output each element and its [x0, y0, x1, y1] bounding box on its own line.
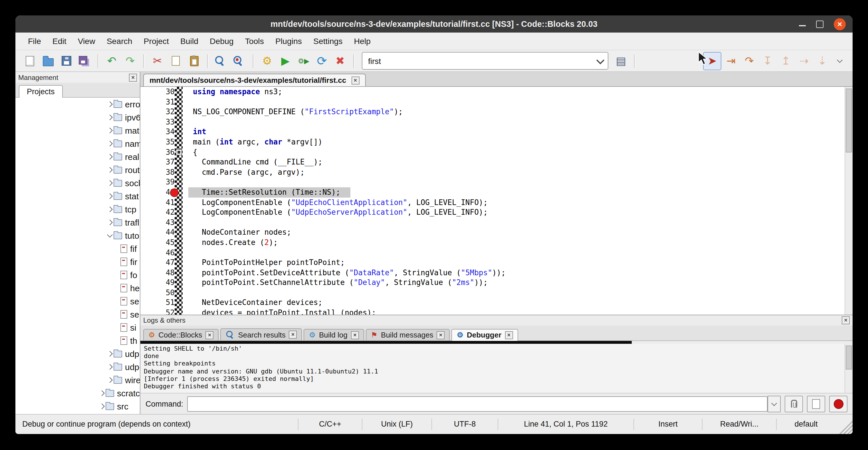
tree-expand-icon[interactable] — [105, 115, 114, 119]
menu-item-debug[interactable]: Debug — [204, 34, 239, 48]
code-line-44[interactable]: 44 NodeContainer nodes; — [141, 228, 852, 238]
tree-expand-icon[interactable] — [105, 194, 114, 198]
find-button[interactable] — [213, 52, 230, 69]
projects-tree[interactable]: erroipv6matnamrealroutsockstattcptrafltu… — [16, 98, 140, 414]
code-line-40[interactable]: 40 Time::SetResolution (Time::NS); — [141, 187, 852, 197]
tree-expand-icon[interactable] — [105, 352, 114, 356]
tree-item-trafl[interactable]: trafl — [16, 216, 140, 229]
tree-expand-icon[interactable] — [105, 168, 114, 172]
redo-button[interactable]: ↷ — [122, 52, 139, 69]
line-number[interactable]: 39 — [141, 177, 180, 187]
code-line-49[interactable]: 49 pointToPoint.SetChannelAttribute ("De… — [141, 278, 852, 288]
close-icon[interactable] — [206, 331, 214, 339]
scrollbar-thumb[interactable] — [846, 346, 852, 369]
close-icon[interactable] — [351, 331, 359, 339]
menu-item-file[interactable]: File — [22, 34, 47, 48]
run-button[interactable]: ▶ — [277, 52, 294, 69]
close-button[interactable]: × — [834, 18, 846, 30]
tree-expand-icon[interactable] — [98, 391, 105, 395]
code-line-33[interactable]: 33 — [141, 117, 852, 127]
line-number[interactable]: 34 — [141, 127, 180, 137]
tab-projects[interactable]: Projects — [19, 85, 63, 98]
line-number[interactable]: 41 — [141, 197, 180, 207]
code-line-35[interactable]: 35main (int argc, char *argv[]) — [141, 137, 852, 147]
code-line-50[interactable]: 50 — [141, 288, 852, 298]
step-out-button[interactable]: ↥ — [777, 52, 795, 69]
tree-expand-icon[interactable] — [98, 404, 105, 408]
next-instruction-button[interactable]: ⇢ — [796, 52, 813, 69]
tree-item-mat[interactable]: mat — [16, 124, 140, 137]
fold-marker[interactable] — [176, 149, 182, 155]
menu-item-tools[interactable]: Tools — [239, 34, 270, 48]
tree-expand-icon[interactable] — [105, 128, 114, 132]
menu-item-view[interactable]: View — [72, 34, 101, 48]
code-line-48[interactable]: 48 pointToPoint.SetDeviceAttribute ("Dat… — [141, 268, 852, 277]
line-number[interactable]: 43 — [141, 217, 180, 227]
step-into-instruction-button[interactable]: ⇣ — [814, 52, 831, 69]
line-number[interactable]: 31 — [141, 97, 180, 107]
code-line-47[interactable]: 47 PointToPointHelper pointToPoint; — [141, 258, 852, 268]
code-line-37[interactable]: 37 CommandLine cmd (__FILE__); — [141, 157, 852, 167]
attach-button[interactable] — [785, 395, 803, 412]
new-file-button[interactable] — [21, 52, 38, 69]
menu-item-settings[interactable]: Settings — [308, 34, 348, 48]
chevron-down-icon[interactable] — [593, 53, 608, 69]
line-number[interactable]: 49 — [141, 278, 180, 288]
menu-item-edit[interactable]: Edit — [47, 34, 72, 48]
tree-expand-icon[interactable] — [105, 181, 114, 185]
tree-item-real[interactable]: real — [16, 150, 140, 163]
code-line-38[interactable]: 38 cmd.Parse (argc, argv); — [141, 167, 852, 177]
rebuild-button[interactable]: ⟳ — [313, 52, 331, 69]
menu-item-help[interactable]: Help — [348, 34, 376, 48]
command-dropdown-button[interactable] — [768, 395, 781, 412]
line-number[interactable]: 51 — [141, 298, 180, 308]
line-number[interactable]: 32 — [141, 107, 180, 117]
tree-item-stat[interactable]: stat — [16, 189, 140, 203]
tree-item-ipv6[interactable]: ipv6 — [16, 111, 140, 124]
log-tab-debugger[interactable]: ⚙Debugger — [452, 329, 518, 341]
code-line-36[interactable]: 36{ — [141, 147, 852, 157]
line-number[interactable]: 36 — [141, 147, 180, 157]
close-icon[interactable] — [505, 331, 513, 339]
line-number[interactable]: 38 — [141, 167, 180, 177]
build-button[interactable]: ⚙ — [258, 52, 276, 69]
compile-file-button[interactable]: ▤ — [612, 52, 629, 69]
minimize-button[interactable] — [799, 21, 806, 27]
tree-item-fo[interactable]: fo — [16, 268, 140, 281]
replace-button[interactable] — [231, 52, 248, 69]
code-line-32[interactable]: 32NS_LOG_COMPONENT_DEFINE ("FirstScriptE… — [141, 107, 852, 117]
tree-item-tcp[interactable]: tcp — [16, 203, 140, 216]
tree-item-th[interactable]: th — [16, 334, 140, 347]
breakpoint-marker[interactable] — [170, 188, 179, 197]
tree-expand-icon[interactable] — [105, 378, 114, 382]
copy-log-button[interactable] — [807, 395, 825, 412]
line-number[interactable]: 37 — [141, 157, 180, 167]
tree-item-he[interactable]: he — [16, 281, 140, 295]
save-all-button[interactable] — [76, 52, 93, 69]
tree-item-udp[interactable]: udp- — [16, 360, 140, 373]
tree-item-nam[interactable]: nam — [16, 137, 140, 150]
abort-button[interactable]: ✖ — [332, 52, 349, 69]
tree-expand-icon[interactable] — [105, 102, 114, 106]
tree-item-rout[interactable]: rout — [16, 163, 140, 176]
close-icon[interactable] — [351, 76, 359, 84]
code-line-46[interactable]: 46 — [141, 247, 852, 258]
menu-item-search[interactable]: Search — [101, 34, 138, 48]
title-bar[interactable]: mnt/dev/tools/source/ns-3-dev/examples/t… — [16, 16, 852, 33]
log-tab-search-results[interactable]: Search results — [221, 328, 302, 340]
line-number[interactable]: 44 — [141, 228, 180, 238]
line-number[interactable]: 33 — [141, 117, 180, 127]
editor-scrollbar[interactable] — [845, 87, 852, 314]
command-input[interactable] — [187, 396, 768, 412]
code-line-45[interactable]: 45 nodes.Create (2); — [141, 238, 852, 247]
toolbar-overflow-button[interactable] — [832, 52, 847, 69]
code-line-42[interactable]: 42 LogComponentEnable ("UdpEchoServerApp… — [141, 207, 852, 217]
line-number[interactable]: 42 — [141, 207, 180, 217]
tree-item-erro[interactable]: erro — [16, 98, 140, 111]
save-button[interactable] — [58, 52, 75, 69]
code-line-41[interactable]: 41 LogComponentEnable ("UdpEchoClientApp… — [141, 197, 852, 207]
line-number[interactable]: 47 — [141, 258, 180, 268]
debug-continue-button[interactable]: ➤ — [703, 52, 721, 70]
line-number[interactable]: 48 — [141, 268, 180, 277]
log-tab-code-blocks[interactable]: ⚙Code::Blocks — [143, 329, 219, 340]
